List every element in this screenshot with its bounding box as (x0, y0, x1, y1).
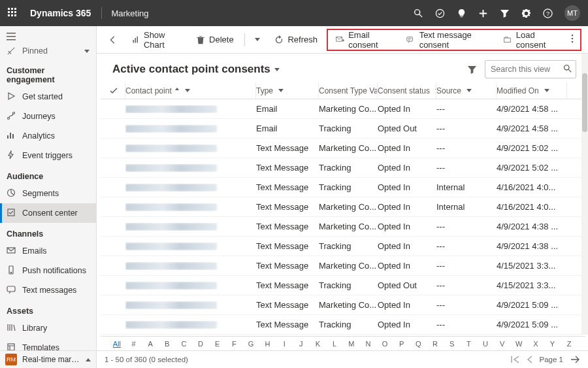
alpha-d[interactable]: D (192, 340, 209, 348)
table-row[interactable]: Text MessageMarketing Co...Opted In---4/… (101, 256, 585, 276)
pinned-section[interactable]: Pinned (0, 44, 96, 59)
divider (244, 33, 245, 46)
alpha-h[interactable]: H (259, 340, 276, 348)
redacted-value (125, 282, 217, 290)
nav-item-get-started[interactable]: Get started (0, 87, 96, 107)
nav-item-templates[interactable]: Templates (0, 338, 96, 350)
prev-page-button[interactable] (527, 356, 533, 363)
col-consent-type-value[interactable]: Consent Type Va... (319, 82, 378, 99)
col-modified[interactable]: Modified On (497, 82, 567, 99)
redacted-value (125, 262, 217, 270)
alpha-x[interactable]: X (527, 340, 544, 348)
alpha-n[interactable]: N (360, 340, 377, 348)
next-page-button[interactable] (570, 356, 580, 363)
nav-item-label: Journeys (22, 112, 56, 121)
view-title-dropdown[interactable]: Active contact point consents (112, 63, 280, 76)
alpha-#[interactable]: # (125, 340, 142, 348)
brand-name[interactable]: Dynamics 365 (30, 8, 91, 18)
app-launcher-icon[interactable] (8, 8, 18, 18)
load-consent-label: Load consent (516, 30, 558, 50)
collapse-nav-button[interactable] (0, 30, 96, 44)
nav-item-event-triggers[interactable]: Event triggers (0, 146, 96, 165)
back-button[interactable] (103, 33, 123, 47)
nav-item-segments[interactable]: Segments (0, 184, 96, 203)
email-consent-button[interactable]: Email consent (331, 27, 397, 52)
alpha-l[interactable]: L (326, 340, 343, 348)
alpha-v[interactable]: V (494, 340, 511, 348)
alpha-z[interactable]: Z (561, 340, 578, 348)
cell-status: Opted In (378, 222, 436, 231)
plus-icon[interactable] (478, 8, 488, 18)
col-type[interactable]: Type (256, 82, 319, 99)
alpha-k[interactable]: K (310, 340, 327, 348)
alpha-q[interactable]: Q (410, 340, 427, 348)
alpha-y[interactable]: Y (544, 340, 561, 348)
gear-icon[interactable] (521, 8, 531, 18)
nav-item-consent-center[interactable]: Consent center (0, 203, 96, 223)
table-row[interactable]: Text MessageMarketing Co...Opted In---4/… (101, 139, 585, 158)
svg-point-15 (572, 35, 574, 37)
text-consent-button[interactable]: Text message consent (401, 27, 494, 52)
alpha-w[interactable]: W (510, 340, 527, 348)
module-name[interactable]: Marketing (111, 8, 148, 18)
alpha-e[interactable]: E (209, 340, 226, 348)
alpha-s[interactable]: S (444, 340, 461, 348)
table-row[interactable]: Text MessageTrackingOpted In---4/9/2021 … (101, 237, 585, 256)
alpha-g[interactable]: G (242, 340, 259, 348)
alpha-all[interactable]: All (108, 340, 125, 348)
search-input[interactable] (485, 60, 576, 78)
nav-item-emails[interactable]: Emails (0, 241, 96, 261)
alpha-b[interactable]: B (159, 340, 176, 348)
alpha-f[interactable]: F (225, 340, 242, 348)
table-row[interactable]: EmailMarketing Co...Opted In---4/9/2021 … (101, 99, 585, 119)
filter-button[interactable] (467, 65, 477, 75)
delete-dropdown[interactable] (250, 35, 265, 44)
alpha-j[interactable]: J (293, 340, 310, 348)
table-row[interactable]: Text MessageMarketing Co...Opted In---4/… (101, 295, 585, 315)
alpha-u[interactable]: U (477, 340, 494, 348)
nav-item-text-messages[interactable]: Text messages (0, 280, 96, 300)
table-row[interactable]: Text MessageMarketing Co...Opted In---4/… (101, 217, 585, 237)
select-all-checkbox[interactable] (110, 82, 125, 99)
scrollbar[interactable] (581, 54, 588, 335)
alpha-r[interactable]: R (427, 340, 444, 348)
cell-consent-type-value: Tracking (319, 163, 378, 173)
alpha-o[interactable]: O (376, 340, 393, 348)
search-icon[interactable] (563, 64, 572, 73)
table-row[interactable]: EmailTrackingOpted Out---4/9/2021 4:58 .… (101, 119, 585, 139)
table-row[interactable]: Text MessageTrackingOpted In---4/9/2021 … (101, 158, 585, 178)
nav-item-push-notifications[interactable]: Push notifications (0, 261, 96, 280)
alpha-p[interactable]: P (393, 340, 410, 348)
search-icon[interactable] (414, 8, 423, 18)
nav-item-journeys[interactable]: Journeys (0, 107, 96, 126)
help-icon[interactable]: ? (543, 8, 553, 18)
alpha-i[interactable]: I (276, 340, 293, 348)
table-row[interactable]: Text MessageMarketing Co...Opted InInter… (101, 197, 585, 217)
col-consent-status[interactable]: Consent status (378, 82, 436, 99)
table-row[interactable]: Text MessageTrackingOpted InInternal4/16… (101, 178, 585, 197)
bulb-icon[interactable] (457, 8, 466, 18)
pager: 1 - 50 of 360 (0 selected) Page 1 (97, 356, 588, 363)
filter-icon[interactable] (500, 8, 510, 18)
alpha-c[interactable]: C (176, 340, 193, 348)
cell-consent-type-value: Tracking (319, 320, 378, 329)
area-switcher[interactable]: RM Real-time marketi... (0, 351, 97, 368)
nav-item-analytics[interactable]: Analytics (0, 126, 96, 146)
first-page-button[interactable] (511, 356, 520, 363)
nav-item-library[interactable]: Library (0, 318, 96, 338)
col-source[interactable]: Source (436, 82, 497, 99)
delete-button[interactable]: Delete (191, 32, 239, 47)
alpha-t[interactable]: T (460, 340, 477, 348)
user-avatar[interactable]: MT (564, 5, 580, 21)
nav-item-label: Event triggers (22, 151, 73, 160)
table-row[interactable]: Text MessageTrackingOpted In---4/9/2021 … (101, 315, 585, 335)
more-commands-button[interactable] (567, 31, 578, 48)
load-consent-button[interactable]: Load consent (498, 27, 563, 52)
refresh-button[interactable]: Refresh (269, 32, 323, 47)
table-row[interactable]: Text MessageTrackingOpted Out---4/15/202… (101, 276, 585, 295)
alpha-a[interactable]: A (142, 340, 159, 348)
col-contact-point[interactable]: Contact point (125, 82, 256, 99)
alpha-m[interactable]: M (343, 340, 360, 348)
show-chart-button[interactable]: Show Chart (127, 27, 187, 52)
task-icon[interactable] (435, 8, 445, 18)
